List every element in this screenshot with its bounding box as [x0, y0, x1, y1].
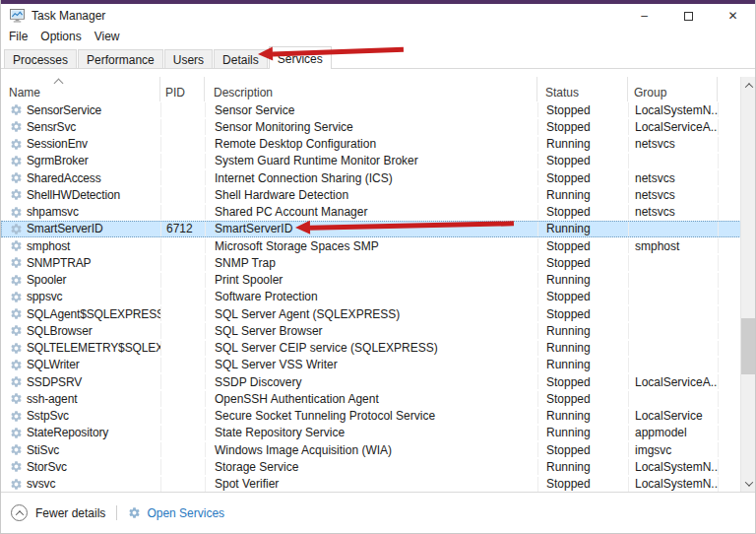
service-row[interactable]: SharedAccess Internet Connection Sharing…	[1, 169, 755, 186]
service-row[interactable]: SessionEnv Remote Desktop Configuration …	[1, 136, 755, 153]
service-pid-cell	[161, 119, 206, 134]
close-icon: ✕	[727, 9, 737, 23]
service-row[interactable]: SQLWriter SQL Server VSS Writer Running	[1, 357, 755, 373]
service-name: StiSvc	[27, 443, 59, 457]
service-name: SstpSvc	[27, 409, 69, 423]
tab-bar: Processes Performance Users Details Serv…	[1, 45, 755, 69]
service-row[interactable]: SNMPTRAP SNMP Trap Stopped	[1, 254, 755, 271]
service-name-cell: ShellHWDetection	[2, 187, 161, 202]
vertical-scrollbar[interactable]	[740, 77, 755, 492]
service-row[interactable]: SmartServerID 6712 SmartServerID Running	[1, 221, 755, 237]
service-name: svsvc	[27, 477, 55, 491]
service-pid-cell	[161, 374, 206, 389]
service-name: SgrmBroker	[27, 154, 89, 167]
open-services-link[interactable]: Open Services	[128, 506, 224, 520]
service-status-cell: Running	[538, 222, 629, 236]
service-name: SQLTELEMETRY$SQLEXPRESS	[27, 341, 161, 355]
service-description-cell: System Guard Runtime Monitor Broker	[206, 154, 538, 168]
service-status-cell: Stopped	[538, 238, 629, 253]
service-status-cell: Running	[538, 137, 629, 152]
chevron-up-circle-icon	[11, 504, 28, 521]
service-row[interactable]: sppsvc Software Protection Stopped	[1, 289, 755, 305]
scroll-down-button[interactable]	[741, 475, 755, 492]
scroll-up-button[interactable]	[741, 77, 755, 94]
column-header-status[interactable]: Status	[537, 77, 628, 101]
service-name: SessionEnv	[27, 137, 88, 151]
gear-icon	[10, 359, 23, 371]
service-name-cell: StiSvc	[2, 442, 161, 457]
gear-icon	[10, 392, 23, 405]
service-status-cell: Stopped	[538, 255, 629, 270]
service-pid-cell	[161, 255, 206, 270]
service-group-cell: LocalService	[629, 409, 719, 424]
service-row[interactable]: shpamsvc Shared PC Account Manager Stopp…	[1, 204, 755, 221]
service-row[interactable]: ssh-agent OpenSSH Authentication Agent S…	[1, 390, 755, 407]
service-row[interactable]: SSDPSRV SSDP Discovery Stopped LocalServ…	[1, 373, 755, 390]
service-group-cell	[629, 290, 719, 304]
scrollbar-thumb[interactable]	[741, 318, 755, 374]
service-row[interactable]: SQLTELEMETRY$SQLEXPRESS SQL Server CEIP …	[1, 340, 755, 357]
column-header-name[interactable]: Name	[1, 77, 160, 101]
service-pid-cell	[161, 170, 206, 185]
menu-options[interactable]: Options	[40, 30, 90, 43]
service-row[interactable]: StiSvc Windows Image Acquisition (WIA) S…	[1, 441, 755, 458]
service-description-cell: SNMP Trap	[206, 255, 538, 270]
service-name-cell: Spooler	[2, 273, 161, 288]
service-row[interactable]: StorSvc Storage Service Running LocalSys…	[1, 458, 755, 475]
service-pid-cell	[161, 205, 206, 220]
service-group-cell	[629, 154, 719, 168]
tab-users[interactable]: Users	[164, 49, 213, 69]
service-description-cell: OpenSSH Authentication Agent	[206, 391, 538, 406]
gear-icon	[10, 171, 23, 184]
service-row[interactable]: StateRepository State Repository Service…	[1, 425, 755, 441]
window-controls: – ✕	[622, 4, 755, 28]
menu-view[interactable]: View	[94, 30, 129, 43]
column-header-group[interactable]: Group	[628, 77, 718, 101]
close-button[interactable]: ✕	[711, 4, 755, 28]
service-pid-cell	[161, 341, 206, 356]
service-group-cell	[629, 255, 719, 270]
gear-icon	[10, 256, 23, 269]
gear-icon	[10, 206, 23, 219]
service-name-cell: shpamsvc	[2, 205, 161, 220]
service-pid-cell	[161, 459, 206, 474]
menu-file[interactable]: File	[9, 30, 36, 43]
service-description-cell: Secure Socket Tunneling Protocol Service	[206, 409, 538, 424]
tab-performance[interactable]: Performance	[78, 49, 163, 69]
tab-processes[interactable]: Processes	[4, 49, 77, 69]
service-description-cell: Print Spooler	[206, 273, 538, 288]
gear-icon	[10, 138, 23, 151]
tab-details[interactable]: Details	[214, 49, 268, 69]
service-name-cell: SQLBrowser	[2, 323, 161, 338]
service-pid-cell	[161, 358, 206, 372]
tab-services[interactable]: Services	[269, 46, 332, 69]
column-header-description[interactable]: Description	[205, 77, 537, 101]
service-row[interactable]: SensrSvc Sensor Monitoring Service Stopp…	[1, 118, 755, 135]
service-row[interactable]: Spooler Print Spooler Running	[1, 272, 755, 289]
service-row[interactable]: SgrmBroker System Guard Runtime Monitor …	[1, 153, 755, 169]
service-name-cell: sppsvc	[2, 290, 161, 304]
service-group-cell: LocalSystemN...	[629, 459, 719, 474]
fewer-details-button[interactable]: Fewer details	[11, 504, 105, 521]
service-row[interactable]: svsvc Spot Verifier Stopped LocalSystemN…	[1, 476, 755, 493]
service-row[interactable]: SensorService Sensor Service Stopped Loc…	[1, 101, 755, 118]
service-name-cell: SensrSvc	[2, 119, 161, 134]
service-status-cell: Running	[538, 358, 629, 372]
service-name: shpamsvc	[27, 205, 79, 219]
service-row[interactable]: SQLAgent$SQLEXPRESS SQL Server Agent (SQ…	[1, 305, 755, 322]
service-row[interactable]: SstpSvc Secure Socket Tunneling Protocol…	[1, 408, 755, 425]
service-row[interactable]: ShellHWDetection Shell Hardware Detectio…	[1, 186, 755, 203]
service-name-cell: SQLWriter	[2, 358, 161, 372]
gear-icon	[128, 506, 141, 519]
service-group-cell: imgsvc	[629, 442, 719, 457]
service-group-cell	[629, 273, 719, 288]
column-header-pid[interactable]: PID	[160, 77, 205, 101]
minimize-button[interactable]: –	[622, 4, 666, 28]
service-name: SSDPSRV	[27, 375, 82, 389]
service-row[interactable]: smphost Microsoft Storage Spaces SMP Sto…	[1, 237, 755, 254]
fewer-details-label: Fewer details	[35, 506, 105, 520]
service-row[interactable]: SQLBrowser SQL Server Browser Running	[1, 322, 755, 339]
service-description-cell: Shell Hardware Detection	[206, 187, 538, 202]
service-pid-cell	[161, 306, 206, 321]
maximize-button[interactable]	[666, 4, 711, 28]
